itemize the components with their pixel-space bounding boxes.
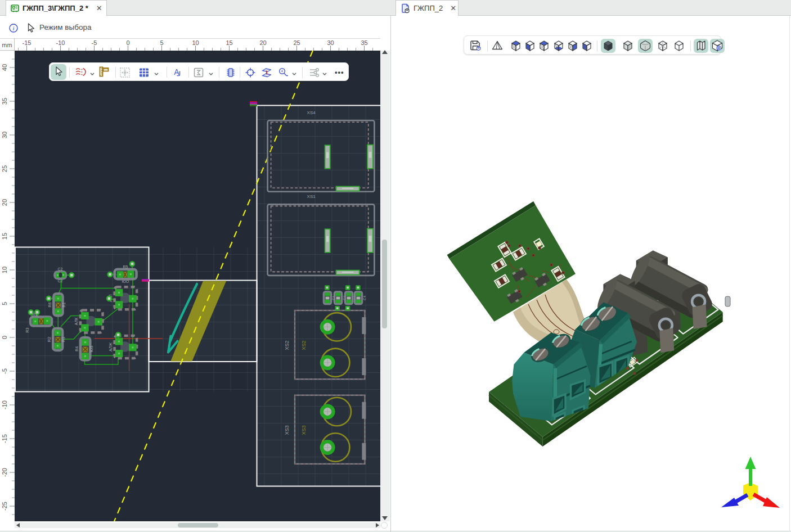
svg-text:20: 20 [1,199,8,206]
svg-text:10: 10 [1,267,8,273]
svg-text:R1: R1 [33,313,38,317]
svg-text:5: 5 [160,39,163,46]
svg-text:-5: -5 [1,368,8,374]
svg-text:15: 15 [1,233,8,240]
svg-text:5: 5 [1,302,8,305]
svg-text:R3: R3 [25,327,29,332]
svg-text:30: 30 [327,39,334,46]
svg-text:ЮЗ: ЮЗ [89,346,93,352]
svg-text:ЮО: ЮО [122,279,129,283]
svg-text:0: 0 [126,39,129,46]
svg-text:25: 25 [1,165,8,172]
svg-text:C2: C2 [58,279,63,283]
svg-text:R1: R1 [62,337,66,342]
svg-text:C4: C4 [363,295,367,300]
svg-text:35: 35 [1,98,8,105]
svg-text:C2: C2 [58,267,63,271]
svg-text:XS3: XS3 [301,425,307,435]
svg-text:R2: R2 [48,337,52,342]
svg-text:15: 15 [226,39,232,46]
svg-text:30: 30 [1,132,8,138]
svg-text:-10: -10 [56,39,65,46]
svg-text:АЛК: АЛК [75,317,79,325]
svg-text:-15: -15 [23,39,32,46]
svg-text:-5: -5 [92,39,97,46]
svg-text:-25: -25 [1,502,8,511]
svg-text:0: 0 [1,336,8,339]
svg-text:XS3: XS3 [284,425,290,435]
svg-text:R5: R5 [123,265,128,269]
svg-text:A: A [174,67,179,76]
svg-text:R4: R4 [75,346,79,351]
svg-text:R1: R1 [62,302,66,307]
svg-text:XS2: XS2 [301,340,307,350]
svg-text:-10: -10 [1,400,8,409]
svg-text:XS1: XS1 [307,194,316,199]
svg-text:АЛЖ: АЛЖ [109,342,113,351]
svg-text:40: 40 [1,64,8,71]
svg-text:-20: -20 [1,468,8,477]
svg-text:XS2: XS2 [284,340,290,350]
svg-text:25: 25 [293,39,300,46]
svg-text:10: 10 [192,39,199,46]
svg-text:B: B [717,46,721,51]
svg-text:R6: R6 [48,302,52,307]
svg-text:XS4: XS4 [307,110,316,115]
svg-text:20: 20 [259,39,266,46]
svg-text:-15: -15 [1,434,8,443]
svg-text:35: 35 [361,39,367,46]
svg-text:i: i [12,25,14,31]
